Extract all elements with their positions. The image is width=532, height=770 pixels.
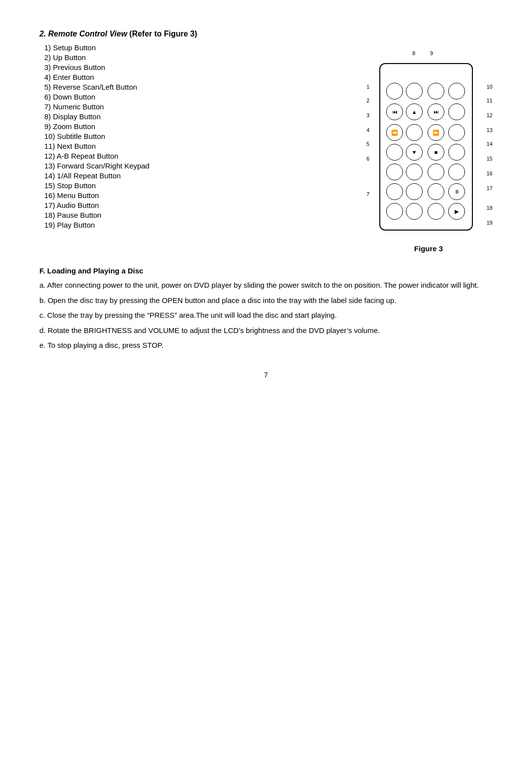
button-list-item: 1) Setup Button [39, 43, 345, 52]
label-17: 17 [487, 185, 493, 191]
label-9: 9 [430, 50, 433, 56]
button-list-item: 3) Previous Button [39, 63, 345, 71]
btn-r7c1[interactable] [386, 203, 403, 220]
btn-r5c2[interactable] [406, 164, 423, 180]
button-list-item: 17) Audio Button [39, 201, 345, 209]
label-11: 11 [487, 98, 493, 103]
section-f-item: d. Rotate the BRIGHTNESS and VOLUME to a… [39, 325, 493, 336]
btn-fwd-scan[interactable]: ⏩ [428, 124, 444, 141]
btn-r1c1[interactable] [386, 83, 403, 100]
section-f-item: e. To stop playing a disc, press STOP. [39, 340, 493, 351]
button-list-item: 15) Stop Button [39, 181, 345, 190]
label-5: 5 [366, 141, 369, 147]
btn-r1c4[interactable] [448, 83, 465, 100]
button-list-item: 7) Numeric Button [39, 102, 345, 111]
button-list-item: 12) A-B Repeat Button [39, 152, 345, 160]
button-list-item: 9) Zoom Button [39, 122, 345, 131]
section2-title: 2. Remote Control View (Refer to Figure … [39, 30, 493, 38]
label-2: 2 [366, 98, 369, 103]
btn-r7c3[interactable] [428, 203, 444, 220]
label-19: 19 [487, 220, 493, 226]
btn-r1c2[interactable] [406, 83, 423, 100]
label-16: 16 [487, 170, 493, 176]
figure-caption: Figure 3 [414, 244, 443, 253]
page-number: 7 [39, 371, 493, 379]
page-content: 2. Remote Control View (Refer to Figure … [39, 30, 493, 379]
label-4: 4 [366, 127, 369, 133]
label-8: 8 [412, 50, 415, 56]
label-10: 10 [487, 84, 493, 90]
label-13: 13 [487, 127, 493, 133]
btn-r4c1[interactable] [386, 144, 403, 161]
btn-r5c3[interactable] [428, 164, 444, 180]
btn-r7c2[interactable] [406, 203, 423, 220]
section-f: F. Loading and Playing a Disc a. After c… [39, 267, 493, 351]
remote-diagram: 8 9 1 2 3 4 5 6 7 10 11 12 13 14 15 [365, 48, 493, 235]
btn-stop[interactable]: ■ [428, 144, 444, 161]
right-column: 8 9 1 2 3 4 5 6 7 10 11 12 13 14 15 [365, 43, 493, 267]
btn-r3c2[interactable] [406, 124, 423, 141]
label-3: 3 [366, 112, 369, 118]
label-7: 7 [366, 191, 369, 197]
btn-rev-scan[interactable]: ⏪ [386, 124, 403, 141]
button-list-item: 14) 1/All Repeat Button [39, 171, 345, 180]
btn-r6c2[interactable] [406, 183, 423, 200]
label-1: 1 [366, 84, 369, 90]
label-15: 15 [487, 156, 493, 162]
button-list-item: 5) Reverse Scan/Left Button [39, 83, 345, 91]
label-18: 18 [487, 205, 493, 211]
button-list-item: 18) Pause Button [39, 211, 345, 219]
btn-r4c4[interactable] [448, 144, 465, 161]
btn-prev[interactable]: ⏮ [386, 103, 403, 120]
section-f-title: F. Loading and Playing a Disc [39, 267, 493, 275]
section-f-item: c. Close the tray by pressing the “PRESS… [39, 310, 493, 321]
section-f-list: a. After connecting power to the unit, p… [39, 280, 493, 351]
content-area: 1) Setup Button2) Up Button3) Previous B… [39, 43, 493, 267]
btn-r2c4[interactable] [448, 103, 465, 120]
button-list: 1) Setup Button2) Up Button3) Previous B… [39, 43, 345, 229]
button-list-item: 8) Display Button [39, 112, 345, 121]
label-14: 14 [487, 141, 493, 147]
label-6: 6 [366, 156, 369, 162]
button-list-item: 19) Play Button [39, 221, 345, 229]
btn-up[interactable]: ▲ [406, 103, 423, 120]
btn-r1c3[interactable] [428, 83, 444, 100]
section2: 2. Remote Control View (Refer to Figure … [39, 30, 493, 267]
button-list-item: 2) Up Button [39, 53, 345, 62]
btn-pause[interactable]: ⏸ [448, 183, 465, 200]
left-column: 1) Setup Button2) Up Button3) Previous B… [39, 43, 345, 239]
button-list-item: 13) Forward Scan/Right Keypad [39, 162, 345, 170]
btn-down[interactable]: ▼ [406, 144, 423, 161]
btn-r5c1[interactable] [386, 164, 403, 180]
btn-r6c1[interactable] [386, 183, 403, 200]
section-f-item: b. Open the disc tray by pressing the OP… [39, 295, 493, 306]
button-list-item: 10) Subtitle Button [39, 132, 345, 140]
button-list-item: 16) Menu Button [39, 191, 345, 200]
btn-r3c4[interactable] [448, 124, 465, 141]
section-f-item: a. After connecting power to the unit, p… [39, 280, 493, 291]
btn-next[interactable]: ⏭ [428, 103, 444, 120]
button-list-item: 4) Enter Button [39, 73, 345, 81]
button-list-item: 6) Down Button [39, 93, 345, 101]
button-list-item: 11) Next Button [39, 142, 345, 150]
btn-play[interactable]: ▶ [448, 203, 465, 220]
label-12: 12 [487, 112, 493, 118]
btn-r6c3[interactable] [428, 183, 444, 200]
btn-r5c4[interactable] [448, 164, 465, 180]
remote-body: ⏮ ▲ ⏭ ⏪ ⏩ ▼ ■ [379, 63, 473, 231]
